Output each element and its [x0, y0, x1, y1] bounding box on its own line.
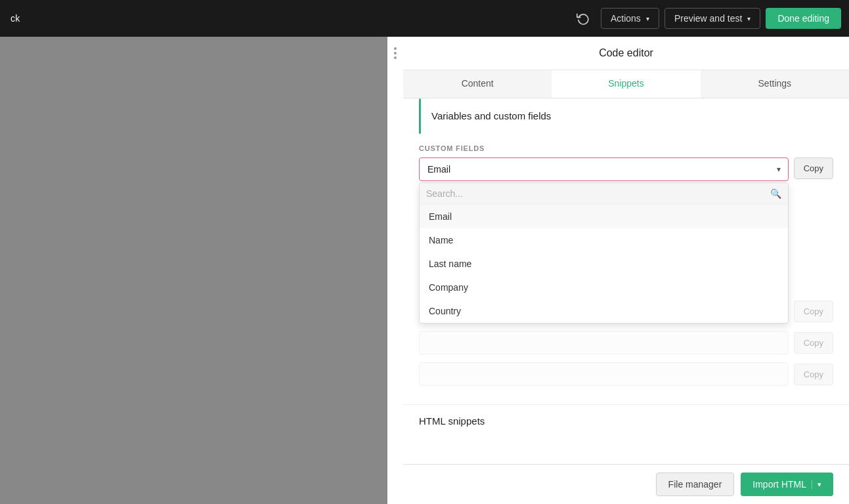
file-manager-button[interactable]: File manager [656, 472, 735, 496]
dropdown-menu: 🔍 Email Name Last name Company Country [419, 182, 789, 324]
dropdown-item-last-name[interactable]: Last name [420, 252, 788, 276]
copy-button-4[interactable]: Copy [794, 364, 833, 385]
custom-field-dropdown-wrapper: Email Name Last name Company Country ▾ 🔍 [419, 158, 789, 181]
dropdown-item-email[interactable]: Email [420, 205, 788, 228]
back-button[interactable]: ck [0, 8, 31, 29]
bottom-bar: File manager Import HTML ▾ [403, 464, 849, 504]
copy-button-2[interactable]: Copy [794, 301, 833, 322]
history-button[interactable] [571, 6, 596, 31]
custom-field-select[interactable]: Email Name Last name Company Country [419, 158, 789, 181]
placeholder-input-4 [419, 362, 789, 386]
variables-section-title: Variables and custom fields [431, 110, 551, 121]
tab-settings[interactable]: Settings [701, 70, 849, 98]
html-snippets-section: HTML snippets [403, 404, 849, 464]
html-snippets-title: HTML snippets [419, 415, 833, 427]
placeholder-input-3 [419, 331, 789, 354]
tab-bar: Content Snippets Settings [403, 70, 849, 98]
topbar-actions: Actions ▾ Preview and test ▾ Done editin… [571, 6, 841, 31]
done-editing-button[interactable]: Done editing [766, 8, 841, 29]
copy-button-1[interactable]: Copy [794, 158, 833, 179]
custom-fields-section: CUSTOM FIELDS Email Name Last name Compa… [403, 134, 849, 404]
import-html-button[interactable]: Import HTML ▾ [741, 472, 833, 496]
editor-panel: Code editor Content Snippets Settings Va… [403, 37, 849, 504]
search-icon: 🔍 [770, 188, 781, 199]
main-area: Code editor Content Snippets Settings Va… [0, 37, 849, 504]
canvas-area [0, 37, 387, 504]
custom-field-row-main: Email Name Last name Company Country ▾ 🔍 [419, 158, 833, 181]
panel-drag-handle[interactable] [387, 37, 403, 504]
actions-chevron-icon: ▾ [646, 15, 649, 22]
dot-2 [394, 52, 397, 54]
tab-snippets[interactable]: Snippets [552, 70, 700, 98]
preview-chevron-icon: ▾ [747, 15, 751, 22]
actions-button[interactable]: Actions ▾ [601, 8, 659, 29]
dropdown-item-company[interactable]: Company [420, 276, 788, 299]
custom-field-row-3: Copy [419, 331, 833, 354]
editor-content: Variables and custom fields CUSTOM FIELD… [403, 98, 849, 464]
html-snippets-content [419, 434, 833, 464]
dropdown-search-input[interactable] [426, 188, 770, 199]
dropdown-search-container: 🔍 [420, 183, 788, 205]
preview-button[interactable]: Preview and test ▾ [664, 8, 761, 29]
dot-3 [394, 56, 397, 59]
history-icon [577, 12, 590, 25]
topbar: ck Actions ▾ Preview and test ▾ Done edi… [0, 0, 849, 37]
tab-content[interactable]: Content [403, 70, 552, 98]
editor-title: Code editor [599, 47, 653, 58]
custom-field-row-4: Copy [419, 362, 833, 386]
copy-button-3[interactable]: Copy [794, 332, 833, 354]
dot-1 [394, 47, 397, 50]
custom-fields-label: CUSTOM FIELDS [419, 144, 833, 152]
dropdown-item-country[interactable]: Country [420, 299, 788, 323]
editor-header: Code editor [403, 37, 849, 70]
import-chevron-icon: ▾ [812, 480, 821, 489]
dropdown-item-name[interactable]: Name [420, 228, 788, 252]
